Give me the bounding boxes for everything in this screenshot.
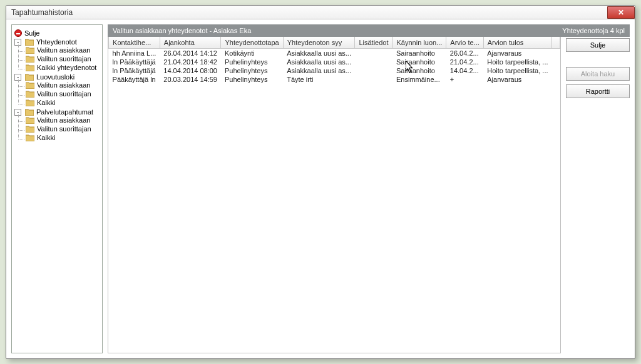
col-yhteydenoton-syy[interactable]: Yhteydenoton syy: [283, 37, 355, 49]
cell: Täyte irti: [283, 75, 355, 84]
tree-item-valitun-asiakkaan[interactable]: Valitun asiakkaan: [26, 46, 100, 54]
folder-icon: [25, 38, 34, 46]
folder-icon: [26, 116, 34, 124]
cell: Asiakkaalla uusi as...: [283, 49, 355, 58]
tree-label: Valitun asiakkaan: [37, 46, 90, 54]
cell: Asiakkaalla uusi as...: [283, 58, 355, 66]
folder-icon: [26, 46, 34, 54]
cell: Sairaanhoito: [392, 66, 446, 75]
col-kaynnin-luon[interactable]: Käynnin luon...: [392, 37, 446, 49]
cell: [355, 75, 392, 84]
col-yhteydenottotapa[interactable]: Yhteydenottotapa: [221, 37, 283, 49]
data-table[interactable]: Kontaktihe... Ajankohta Yhteydenottotapa…: [108, 37, 561, 353]
sulje-button[interactable]: Sulje: [566, 38, 630, 52]
tree-item-kaikki-yhteydenotot[interactable]: Kaikki yhteydenotot: [26, 64, 100, 71]
cell: [355, 66, 392, 75]
col-arvion-tulos[interactable]: Arvion tulos: [483, 37, 551, 49]
tree-label: Kaikki: [37, 99, 55, 106]
col-lisatiedot[interactable]: Lisätiedot: [355, 37, 392, 49]
tree-panel: Sulje - Yhteydenotot Valitun as: [11, 24, 103, 353]
table-header: Kontaktihe... Ajankohta Yhteydenottotapa…: [109, 37, 560, 49]
folder-icon: [25, 73, 34, 81]
folder-icon: [26, 55, 34, 63]
tree-item-luovutusloki[interactable]: - Luovutusloki: [14, 73, 100, 81]
tree-label: Valitun asiakkaan: [37, 116, 90, 124]
cell: Pääkäyttäjä ln: [109, 75, 160, 84]
tree-label: Kaikki: [37, 134, 55, 141]
tree-item-palvelutapahtumat[interactable]: - Palvelutapahtumat: [14, 108, 100, 116]
tree-item-valitun-suorittajan-2[interactable]: Valitun suorittajan: [26, 90, 100, 98]
tree-label: Valitun suorittajan: [37, 125, 91, 133]
tree-label: Valitun suorittajan: [37, 90, 91, 98]
tree-label: Valitun suorittajan: [37, 55, 91, 63]
cell: Puhelinyhteys: [221, 66, 283, 75]
cell: [355, 49, 392, 58]
banner: Valitun asiakkaan yhteydenotot - Asiakas…: [108, 24, 630, 37]
tree-item-valitun-asiakkaan-2[interactable]: Valitun asiakkaan: [26, 81, 100, 89]
folder-icon: [26, 81, 34, 89]
cell: Hoito tarpeellista, ...: [483, 66, 551, 75]
cell: ln Pääkäyttäjä: [109, 58, 160, 66]
tree-label: Yhteydenotot: [36, 38, 77, 46]
tree-label: Palvelutapahtumat: [36, 108, 93, 116]
cell: 14.04.2014 08:00: [160, 66, 221, 75]
col-extra[interactable]: [552, 37, 560, 49]
tree-label: Valitun asiakkaan: [37, 81, 90, 89]
window-title: Tapahtumahistoria: [11, 8, 73, 17]
window-close-button[interactable]: ✕: [607, 6, 635, 19]
tree-label: Luovutusloki: [36, 73, 74, 81]
close-icon: ✕: [618, 8, 624, 17]
folder-icon: [26, 90, 34, 98]
col-ajankohta[interactable]: Ajankohta: [160, 37, 221, 49]
cell: +: [446, 75, 483, 84]
folder-icon: [26, 125, 34, 133]
window: Tapahtumahistoria ✕ Sulje -: [6, 5, 635, 359]
tree-label: Kaikki yhteydenotot: [37, 64, 96, 71]
cell: 20.03.2014 14:59: [160, 75, 221, 84]
table-row[interactable]: hh Anniina L...26.04.2014 14:12Kotikäynt…: [109, 49, 560, 58]
cell: 26.04.2014 14:12: [160, 49, 221, 58]
cell: 21.04.2...: [446, 58, 483, 66]
stop-icon: [14, 29, 22, 37]
cell: Ajanvaraus: [483, 75, 551, 84]
cell: ln Pääkäyttäjä: [109, 66, 160, 75]
tree-item-valitun-suorittajan[interactable]: Valitun suorittajan: [26, 55, 100, 63]
cell: Ensimmäine...: [392, 75, 446, 84]
table-row[interactable]: Pääkäyttäjä ln20.03.2014 14:59Puhelinyht…: [109, 75, 560, 84]
tree-item-valitun-suorittajan-3[interactable]: Valitun suorittajan: [26, 125, 100, 133]
banner-left: Valitun asiakkaan yhteydenotot - Asiakas…: [113, 27, 251, 34]
cell: Kotikäynti: [221, 49, 283, 58]
raportti-button[interactable]: Raportti: [566, 84, 630, 98]
cell: hh Anniina L...: [109, 49, 160, 58]
col-kontaktihe[interactable]: Kontaktihe...: [109, 37, 160, 49]
cell: Sairaanhoito: [392, 58, 446, 66]
aloita-haku-button: Aloita haku: [566, 67, 630, 81]
cell: 21.04.2014 18:42: [160, 58, 221, 66]
title-bar: Tapahtumahistoria ✕: [6, 6, 635, 19]
cell: Asiakkaalla uusi as...: [283, 66, 355, 75]
cell: Sairaanhoito: [392, 49, 446, 58]
tree-item-kaikki-3[interactable]: Kaikki: [26, 134, 100, 141]
folder-icon: [25, 108, 34, 116]
banner-right: Yhteydenottoja 4 kpl: [562, 27, 625, 34]
table-row[interactable]: ln Pääkäyttäjä21.04.2014 18:42Puhelinyht…: [109, 58, 560, 66]
tree-item-yhteydenotot[interactable]: - Yhteydenotot: [14, 38, 100, 46]
tree-item-sulje[interactable]: Sulje: [14, 29, 100, 37]
folder-icon: [26, 64, 34, 71]
tree-item-valitun-asiakkaan-3[interactable]: Valitun asiakkaan: [26, 116, 100, 124]
cell: Ajanvaraus: [483, 49, 551, 58]
folder-icon: [26, 134, 34, 141]
cell: 14.04.2...: [446, 66, 483, 75]
folder-icon: [26, 99, 34, 106]
tree-label: Sulje: [24, 29, 39, 37]
col-arvio-te[interactable]: Arvio te...: [446, 37, 483, 49]
cell: Puhelinyhteys: [221, 75, 283, 84]
cell: [355, 58, 392, 66]
cell: Hoito tarpeellista, ...: [483, 58, 551, 66]
cell: 26.04.2...: [446, 49, 483, 58]
table-row[interactable]: ln Pääkäyttäjä14.04.2014 08:00Puhelinyht…: [109, 66, 560, 75]
tree-item-kaikki-2[interactable]: Kaikki: [26, 99, 100, 106]
cell: Puhelinyhteys: [221, 58, 283, 66]
